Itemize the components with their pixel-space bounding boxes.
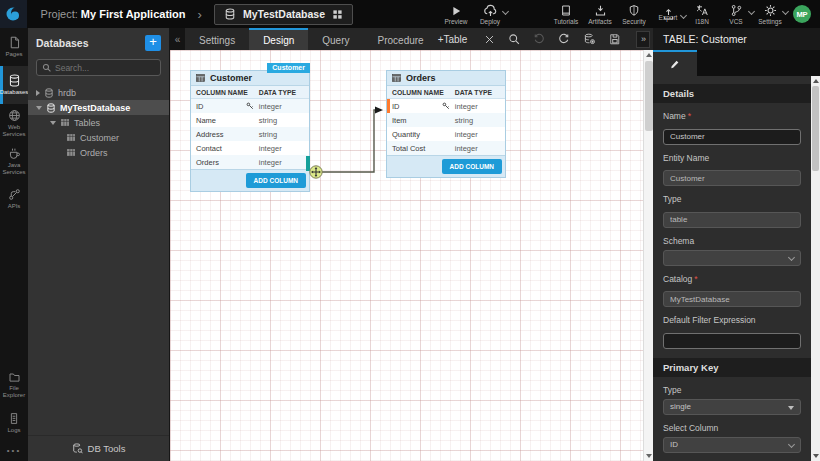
undo-icon[interactable]: [533, 33, 545, 45]
zoom-search-icon[interactable]: [508, 33, 520, 45]
tree-item-tables[interactable]: Tables: [28, 115, 169, 130]
tab-query[interactable]: Query: [308, 28, 363, 50]
chevron-down-icon: [782, 8, 789, 15]
default-filter-field[interactable]: [663, 333, 801, 349]
db-tools-button[interactable]: DB Tools: [28, 435, 169, 461]
sidebar-item-pages[interactable]: Pages: [0, 28, 28, 66]
schema-label: Schema: [663, 236, 801, 246]
table-row[interactable]: Name string: [191, 113, 309, 127]
save-icon[interactable]: [609, 33, 621, 45]
sidebar-item-web-services[interactable]: Web Services: [0, 104, 28, 142]
app-logo-icon[interactable]: [0, 0, 27, 28]
api-connector-icon: [8, 188, 21, 201]
collapse-left-panel-button[interactable]: «: [170, 28, 185, 50]
pk-type-select[interactable]: single: [663, 399, 801, 415]
entity-table-customer[interactable]: Customer Customer COLUMN NAME DATA TYPE …: [190, 70, 310, 192]
settings-button[interactable]: Settings: [753, 3, 787, 25]
tree-item-mytestdatabase[interactable]: MyTestDatabase: [28, 100, 169, 115]
db-tools-icon: [72, 443, 83, 454]
table-row[interactable]: ID integer: [191, 99, 309, 113]
tree-item-orders[interactable]: Orders: [28, 145, 169, 160]
scrollbar-thumb[interactable]: [812, 86, 819, 171]
sidebar-item-databases[interactable]: Databases: [0, 66, 28, 104]
caret-down-icon[interactable]: [36, 106, 42, 110]
export-db-icon[interactable]: [583, 33, 596, 45]
entity-title: Customer: [210, 73, 252, 83]
canvas-vertical-scrollbar[interactable]: [643, 50, 653, 461]
project-label: Project:: [41, 8, 78, 20]
table-icon: [195, 73, 206, 83]
schema-select[interactable]: [663, 250, 801, 266]
table-row[interactable]: Contact integer: [191, 141, 309, 155]
entity-name-field[interactable]: [663, 170, 801, 186]
name-field[interactable]: [663, 129, 801, 145]
caret-down-icon[interactable]: [50, 121, 56, 125]
table-icon: [60, 118, 70, 127]
tab-settings[interactable]: Settings: [185, 28, 249, 50]
entity-header[interactable]: Orders: [387, 71, 505, 86]
redo-icon[interactable]: [558, 33, 570, 45]
table-icon: [66, 148, 76, 157]
tab-procedure[interactable]: Procedure: [364, 28, 438, 50]
i18n-button[interactable]: I18N: [685, 3, 719, 25]
sidebar-item-file-explorer[interactable]: File Explorer: [0, 366, 28, 404]
collapse-right-panel-button[interactable]: »: [636, 31, 650, 48]
sidebar-item-logs[interactable]: Logs: [0, 404, 28, 442]
sidebar-item-apis[interactable]: APIs: [0, 180, 28, 218]
add-database-button[interactable]: +: [145, 35, 161, 51]
table-row[interactable]: Quantity integer: [387, 127, 505, 141]
add-column-button[interactable]: ADD COLUMN: [442, 159, 502, 174]
design-area: « Settings Design Query Procedure +Table…: [170, 28, 653, 461]
connector-drag-handle[interactable]: [310, 166, 322, 178]
primary-key-section-header: Primary Key: [653, 358, 811, 377]
tree-item-hrdb[interactable]: hrdb: [28, 85, 169, 100]
open-database-tab[interactable]: MyTestDatabase: [214, 4, 353, 25]
table-row[interactable]: Orders integer: [191, 155, 309, 169]
table-row[interactable]: Address string: [191, 127, 309, 141]
er-diagram-canvas[interactable]: Customer Customer COLUMN NAME DATA TYPE …: [170, 50, 653, 461]
edit-tab[interactable]: [653, 50, 697, 76]
security-button[interactable]: Security: [617, 3, 651, 25]
type-field[interactable]: [663, 212, 801, 228]
user-avatar[interactable]: MP: [793, 5, 811, 23]
tutorials-button[interactable]: Tutorials: [549, 3, 583, 25]
type-label: Type: [663, 194, 801, 204]
add-table-button[interactable]: +Table: [438, 34, 468, 45]
sidebar-item-java-services[interactable]: Java Services: [0, 142, 28, 180]
scroll-down-icon[interactable]: [813, 454, 819, 458]
search-input[interactable]: [55, 63, 155, 73]
select-column-select[interactable]: ID: [663, 437, 801, 453]
left-icon-rail: Pages Databases Web Services Java Servic…: [0, 28, 28, 461]
search-box[interactable]: [36, 59, 161, 76]
export-button[interactable]: Export: [651, 7, 685, 21]
database-icon: [44, 88, 54, 98]
shield-icon: [628, 3, 640, 17]
top-bar: Project:My First Application › MyTestDat…: [0, 0, 820, 28]
scroll-up-icon[interactable]: [813, 79, 819, 83]
scrollbar-thumb[interactable]: [645, 61, 653, 131]
preview-button[interactable]: Preview: [439, 3, 473, 25]
tab-design[interactable]: Design: [249, 28, 308, 50]
project-breadcrumb: Project:My First Application: [41, 8, 186, 20]
properties-scrollbar[interactable]: [811, 76, 820, 461]
caret-right-icon[interactable]: [36, 90, 40, 96]
close-icon[interactable]: [484, 34, 495, 45]
tree-item-customer[interactable]: Customer: [28, 130, 169, 145]
more-options-icon[interactable]: •••: [0, 442, 28, 461]
add-column-button[interactable]: ADD COLUMN: [246, 173, 306, 188]
entity-header[interactable]: Customer: [191, 71, 309, 86]
folder-icon: [8, 371, 21, 383]
deploy-button[interactable]: Deploy: [473, 3, 507, 25]
scroll-down-icon[interactable]: [646, 454, 652, 458]
scroll-up-icon[interactable]: [646, 53, 652, 57]
chevron-down-icon: [788, 440, 795, 447]
table-row[interactable]: ID integer: [387, 99, 505, 113]
vcs-button[interactable]: VCS: [719, 3, 753, 25]
artifacts-button[interactable]: Artifacts: [583, 3, 617, 25]
design-toolbar: « Settings Design Query Procedure +Table…: [170, 28, 653, 50]
entity-table-orders[interactable]: Orders COLUMN NAME DATA TYPE ID integer …: [386, 70, 506, 178]
table-row[interactable]: Item string: [387, 113, 505, 127]
table-row[interactable]: Total Cost integer: [387, 141, 505, 155]
database-icon: [46, 103, 56, 113]
catalog-field[interactable]: [663, 291, 801, 307]
